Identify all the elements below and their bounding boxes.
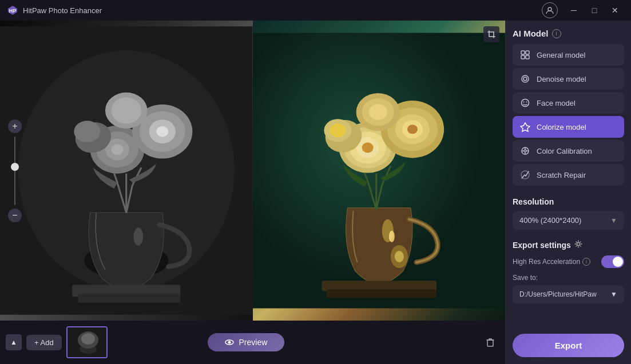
color-flower-svg bbox=[253, 21, 506, 321]
preview-button[interactable]: Preview bbox=[208, 333, 284, 351]
toggle-thumb bbox=[613, 257, 623, 267]
export-settings-title: Export settings bbox=[513, 241, 571, 250]
svg-point-48 bbox=[81, 333, 95, 345]
model-item-color-calibration[interactable]: Color Calibration bbox=[513, 140, 624, 162]
thumbnail-item[interactable] bbox=[66, 326, 108, 358]
user-account-icon[interactable] bbox=[542, 2, 558, 18]
flower-color-image bbox=[253, 21, 506, 321]
svg-rect-53 bbox=[526, 51, 529, 54]
image-strip: ▲ + Add Preview bbox=[0, 321, 505, 364]
svg-point-18 bbox=[133, 227, 143, 246]
close-button[interactable]: ✕ bbox=[606, 2, 624, 18]
svg-point-59 bbox=[523, 102, 525, 103]
color-calibration-icon bbox=[519, 145, 531, 157]
ai-model-section: AI Model i General model Denoise model bbox=[506, 21, 631, 191]
export-settings-section: Export settings High Res Acceleration i … bbox=[506, 235, 631, 334]
save-path-value: D:/Users/Pictures/HitPaw bbox=[519, 290, 597, 298]
svg-rect-20 bbox=[78, 294, 181, 303]
app-title: HitPaw Photo Enhancer bbox=[23, 6, 102, 15]
model-item-face[interactable]: Face model bbox=[513, 92, 624, 114]
svg-point-9 bbox=[111, 144, 123, 155]
image-panel: + − bbox=[0, 21, 505, 364]
model-list: General model Denoise model Face model bbox=[513, 44, 624, 186]
svg-rect-44 bbox=[326, 289, 436, 298]
model-item-denoise[interactable]: Denoise model bbox=[513, 68, 624, 90]
eye-icon bbox=[225, 338, 234, 347]
high-res-acceleration-row: High Res Acceleration i bbox=[513, 255, 624, 268]
delete-button[interactable] bbox=[481, 333, 499, 351]
denoise-model-icon bbox=[519, 73, 531, 85]
after-image bbox=[253, 21, 506, 321]
right-panel: AI Model i General model Denoise model bbox=[505, 21, 631, 364]
svg-point-24 bbox=[388, 231, 394, 242]
svg-point-11 bbox=[74, 121, 100, 142]
maximize-button[interactable]: □ bbox=[585, 2, 604, 18]
svg-point-62 bbox=[524, 150, 526, 152]
svg-rect-51 bbox=[487, 340, 493, 346]
model-item-scratch-repair[interactable]: Scratch Repair bbox=[513, 164, 624, 186]
crop-button[interactable] bbox=[483, 26, 499, 42]
save-path-dropdown[interactable]: D:/Users/Pictures/HitPaw ▼ bbox=[513, 285, 624, 303]
svg-point-57 bbox=[523, 77, 527, 81]
window-controls: ─ □ ✕ bbox=[542, 2, 624, 18]
logo-icon: HP bbox=[7, 5, 18, 16]
resolution-label: Resolution bbox=[513, 197, 624, 206]
zoom-out-button[interactable]: − bbox=[8, 209, 22, 222]
svg-point-68 bbox=[577, 243, 580, 246]
export-settings-gear-icon[interactable] bbox=[574, 240, 582, 250]
save-path-chevron: ▼ bbox=[610, 290, 617, 298]
svg-point-29 bbox=[362, 142, 373, 153]
colorize-model-icon bbox=[519, 121, 531, 133]
ai-model-title: AI Model bbox=[513, 29, 549, 38]
scratch-repair-icon bbox=[519, 169, 531, 181]
zoom-in-button[interactable]: + bbox=[8, 119, 22, 133]
face-model-icon bbox=[519, 97, 531, 109]
export-button[interactable]: Export bbox=[513, 334, 624, 357]
svg-point-60 bbox=[526, 102, 527, 103]
svg-point-40 bbox=[368, 104, 387, 120]
svg-rect-52 bbox=[521, 51, 525, 54]
add-image-button[interactable]: + Add bbox=[26, 335, 62, 350]
trash-icon bbox=[485, 337, 495, 347]
strip-nav-up-button[interactable]: ▲ bbox=[6, 334, 22, 350]
model-item-colorize[interactable]: Colorize model bbox=[513, 116, 624, 138]
resolution-section: Resolution 400% (2400*2400) ▼ bbox=[506, 191, 631, 235]
scratch-repair-label: Scratch Repair bbox=[537, 171, 586, 179]
main-content: + − bbox=[0, 21, 631, 364]
zoom-controls: + − bbox=[8, 119, 22, 222]
zoom-slider-track[interactable] bbox=[14, 137, 15, 205]
resolution-value: 400% (2400*2400) bbox=[519, 216, 581, 225]
resolution-dropdown[interactable]: 400% (2400*2400) ▼ bbox=[513, 211, 624, 230]
export-settings-header: Export settings bbox=[513, 240, 624, 250]
high-res-info-icon[interactable]: i bbox=[582, 258, 590, 266]
svg-point-32 bbox=[330, 123, 346, 137]
titlebar: HP HitPaw Photo Enhancer ─ □ ✕ bbox=[0, 0, 631, 21]
svg-text:HP: HP bbox=[9, 8, 17, 14]
color-calibration-label: Color Calibration bbox=[537, 147, 592, 155]
minimize-button[interactable]: ─ bbox=[565, 2, 583, 18]
thumbnail-image bbox=[68, 327, 106, 357]
flower-bw-image bbox=[0, 21, 253, 321]
svg-point-15 bbox=[156, 126, 168, 137]
general-model-icon bbox=[519, 49, 531, 61]
svg-point-56 bbox=[522, 75, 529, 82]
face-model-label: Face model bbox=[537, 99, 576, 107]
colorize-model-label: Colorize model bbox=[537, 123, 586, 131]
high-res-toggle[interactable] bbox=[601, 255, 624, 268]
model-item-general[interactable]: General model bbox=[513, 44, 624, 66]
save-to-label: Save to: bbox=[513, 274, 624, 282]
svg-point-42 bbox=[394, 251, 403, 262]
svg-point-37 bbox=[407, 125, 417, 134]
zoom-slider-thumb[interactable] bbox=[11, 163, 19, 171]
ai-model-header: AI Model i bbox=[513, 29, 624, 38]
svg-point-58 bbox=[522, 99, 529, 107]
bw-flower-svg bbox=[0, 21, 253, 321]
before-image bbox=[0, 21, 253, 321]
svg-rect-54 bbox=[521, 55, 525, 59]
svg-rect-55 bbox=[526, 55, 529, 59]
svg-point-17 bbox=[111, 97, 141, 123]
high-res-label: High Res Acceleration i bbox=[513, 258, 590, 266]
ai-model-info-icon[interactable]: i bbox=[552, 29, 561, 38]
svg-point-50 bbox=[228, 341, 231, 344]
app-logo: HP HitPaw Photo Enhancer bbox=[7, 5, 102, 16]
